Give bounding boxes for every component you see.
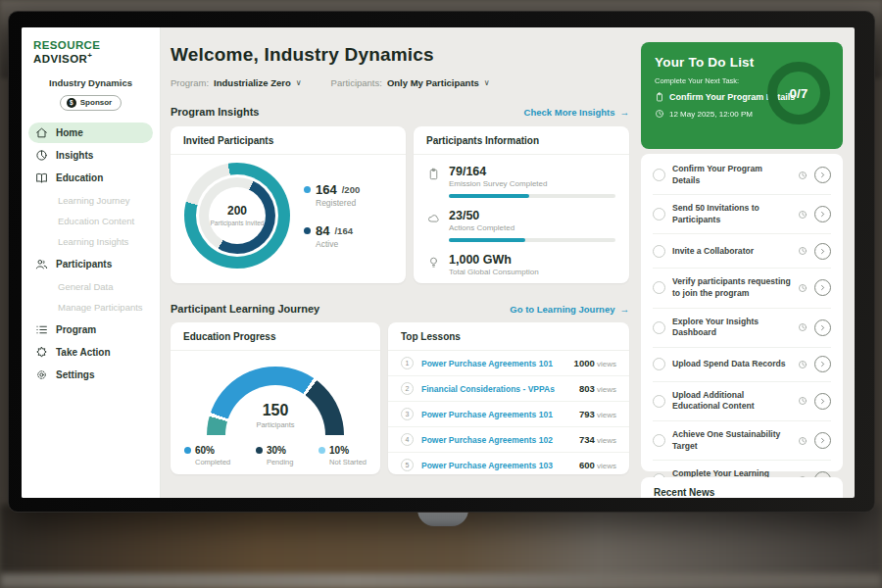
task-checkbox[interactable]: [653, 395, 665, 408]
section-title: Participant Learning Journey: [171, 303, 319, 315]
task-row[interactable]: Invite a Collaborator: [653, 234, 831, 269]
task-chevron-button[interactable]: [814, 356, 831, 372]
sidebar-item-manage-participants[interactable]: Manage Participants: [28, 299, 153, 316]
task-chevron-button[interactable]: [814, 206, 831, 222]
sidebar-item-learning-journey[interactable]: Learning Journey: [28, 192, 153, 209]
program-dropdown[interactable]: Program: Industrialize Zero ∨: [171, 77, 302, 88]
lesson-link[interactable]: Power Purchase Agreements 101: [421, 359, 566, 368]
clipboard-icon: [655, 92, 664, 102]
task-row[interactable]: Verify participants requesting to join t…: [653, 269, 831, 308]
sidebar-item-label: Settings: [56, 369, 94, 380]
invited-participants-card: Invited Participants 200 Participants In…: [171, 126, 406, 283]
sidebar-item-participants[interactable]: Participants: [28, 254, 153, 274]
lesson-rank: 4: [401, 433, 414, 446]
legend-label: Pending: [267, 458, 294, 466]
take-action-icon: [35, 346, 48, 359]
task-label: Confirm Your Program Details: [672, 164, 791, 186]
legend-value: 164: [316, 182, 337, 197]
task-checkbox[interactable]: [653, 245, 665, 258]
task-checkbox[interactable]: [653, 434, 665, 447]
chevron-right-icon: [818, 436, 827, 445]
recent-news-title: Recent News: [654, 487, 830, 498]
filter-bar: Program: Industrialize Zero ∨ Participan…: [171, 77, 490, 88]
donut-chart: 200 Participants Invited 164 /200 Regist…: [171, 155, 406, 269]
sidebar-item-home[interactable]: Home: [28, 122, 153, 143]
go-to-learning-journey-link[interactable]: Go to Learning Journey →: [510, 304, 629, 315]
program-insights-header: Program Insights Check More Insights →: [171, 106, 629, 118]
lesson-row: 3 Power Purchase Agreements 101 793 view…: [388, 402, 629, 427]
sidebar-item-education-content[interactable]: Education Content: [28, 213, 153, 229]
chevron-right-icon: [818, 247, 827, 256]
legend-denominator: /200: [342, 184, 361, 195]
progress-fill: [449, 238, 525, 242]
task-chevron-button[interactable]: [814, 243, 831, 260]
task-label: Upload Spend Data Records: [672, 359, 791, 370]
legend-pending: 30% Pending: [256, 445, 294, 466]
task-row[interactable]: Upload Additional Educational Content: [653, 382, 831, 421]
task-chevron-button[interactable]: [814, 432, 831, 449]
sidebar-item-take-action[interactable]: Take Action: [28, 342, 153, 363]
program-value: Industrialize Zero: [214, 77, 291, 88]
chevron-right-icon: [818, 283, 827, 292]
stat-value: 1,000 GWh: [449, 253, 615, 267]
clock-icon: [798, 356, 808, 373]
sidebar-item-label: Take Action: [56, 347, 111, 358]
task-chevron-button[interactable]: [814, 393, 831, 410]
task-checkbox[interactable]: [653, 208, 665, 220]
task-row[interactable]: Achieve One Sustainability Target: [653, 421, 831, 461]
clock-icon: [798, 318, 808, 336]
task-label: Achieve One Sustainability Target: [672, 429, 791, 452]
task-checkbox[interactable]: [653, 358, 665, 370]
check-more-insights-link[interactable]: Check More Insights →: [524, 107, 629, 118]
legend-dot: [318, 447, 325, 454]
task-row[interactable]: Confirm Your Program Details: [653, 156, 831, 195]
lesson-row: 5 Power Purchase Agreements 103 600 view…: [388, 453, 629, 477]
task-checkbox[interactable]: [653, 321, 665, 334]
lesson-link[interactable]: Financial Considerations - VPPAs: [421, 384, 571, 394]
gear-icon: [35, 368, 48, 381]
section-title: Program Insights: [171, 106, 259, 118]
task-checkbox[interactable]: [653, 281, 665, 294]
stat-label: Total Global Consumption: [449, 268, 615, 276]
lesson-link[interactable]: Power Purchase Agreements 102: [421, 435, 571, 445]
sidebar-item-learning-insights[interactable]: Learning Insights: [28, 233, 153, 250]
app-logo: RESOURCE ADVISOR+: [22, 27, 160, 65]
insights-icon: [35, 149, 48, 162]
task-chevron-button[interactable]: [814, 279, 831, 296]
due-date-label: 12 May 2025, 12:00 PM: [669, 110, 753, 119]
sidebar-item-program[interactable]: Program: [28, 319, 153, 340]
sidebar-item-settings[interactable]: Settings: [28, 365, 153, 385]
task-row[interactable]: Send 50 Invitations to Participants: [653, 195, 831, 234]
clock-icon: [655, 109, 664, 119]
stat-label: Emission Survey Completed: [449, 179, 615, 188]
clock-icon: [798, 206, 808, 223]
task-row[interactable]: Explore Your Insights Dashboard: [653, 309, 831, 348]
legend-label: Registered: [316, 198, 360, 208]
sidebar-item-education[interactable]: Education: [28, 168, 153, 188]
clock-icon: [798, 432, 808, 450]
consumption-row: 1,000 GWh Total Global Consumption: [427, 253, 615, 276]
task-checkbox[interactable]: [653, 169, 665, 181]
sidebar-item-insights[interactable]: Insights: [28, 145, 153, 166]
lesson-link[interactable]: Power Purchase Agreements 101: [421, 410, 571, 419]
lesson-views: 793: [579, 409, 595, 419]
invited-donut: 200 Participants Invited: [184, 163, 290, 269]
views-label: views: [597, 462, 616, 470]
card-title: Invited Participants: [171, 126, 406, 155]
sidebar-item-label: Program: [56, 324, 96, 335]
participants-dropdown[interactable]: Participants: Only My Participants ∨: [331, 77, 490, 88]
task-chevron-button[interactable]: [814, 167, 831, 183]
todo-summary-panel: Your To Do List Complete Your Next Task:…: [641, 42, 843, 149]
lesson-rank: 1: [401, 357, 414, 369]
gauge-center-value: 150: [225, 402, 325, 419]
task-label: Invite a Collaborator: [672, 246, 791, 258]
chevron-right-icon: [818, 210, 827, 219]
sidebar-item-general-data[interactable]: General Data: [28, 278, 153, 295]
stat-label: Actions Completed: [449, 223, 615, 232]
gauge-chart: 150 Participants: [207, 367, 344, 435]
legend-dot: [184, 447, 191, 454]
legend-denominator: /164: [334, 225, 353, 236]
task-row[interactable]: Upload Spend Data Records: [653, 348, 831, 382]
task-chevron-button[interactable]: [814, 319, 831, 336]
lesson-link[interactable]: Power Purchase Agreements 103: [421, 461, 571, 470]
